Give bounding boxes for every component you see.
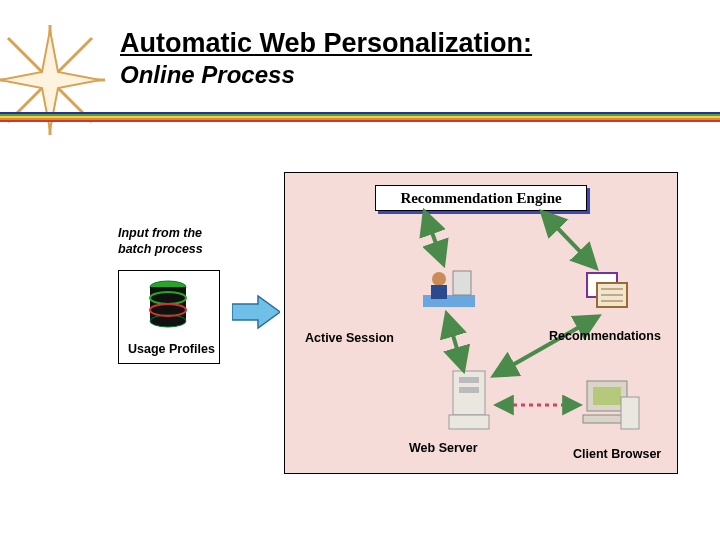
svg-rect-8 <box>0 118 720 120</box>
svg-rect-7 <box>0 116 720 118</box>
web-server-label: Web Server <box>409 441 478 455</box>
slide-subtitle: Online Process <box>120 61 532 89</box>
svg-line-35 <box>447 315 463 369</box>
svg-rect-6 <box>0 114 720 116</box>
svg-line-2 <box>8 38 92 122</box>
input-label-line1: Input from the <box>118 226 202 240</box>
svg-line-34 <box>543 213 595 267</box>
slide-title: Automatic Web Personalization: <box>120 28 532 59</box>
svg-line-36 <box>495 317 597 375</box>
svg-rect-5 <box>0 112 720 114</box>
arrow-right-icon <box>232 294 280 330</box>
client-browser-label: Client Browser <box>573 447 661 461</box>
recommendations-label: Recommendations <box>549 329 661 343</box>
usage-profiles-label: Usage Profiles <box>128 342 215 356</box>
svg-rect-9 <box>0 120 720 122</box>
input-label-line2: batch process <box>118 242 203 256</box>
flow-arrows <box>285 173 677 473</box>
svg-line-33 <box>425 213 443 263</box>
database-icon <box>148 280 188 328</box>
svg-marker-15 <box>232 296 280 328</box>
svg-line-3 <box>8 38 92 122</box>
rainbow-divider <box>0 112 720 124</box>
active-session-label: Active Session <box>305 331 394 345</box>
main-diagram: Recommendation Engine <box>284 172 678 474</box>
